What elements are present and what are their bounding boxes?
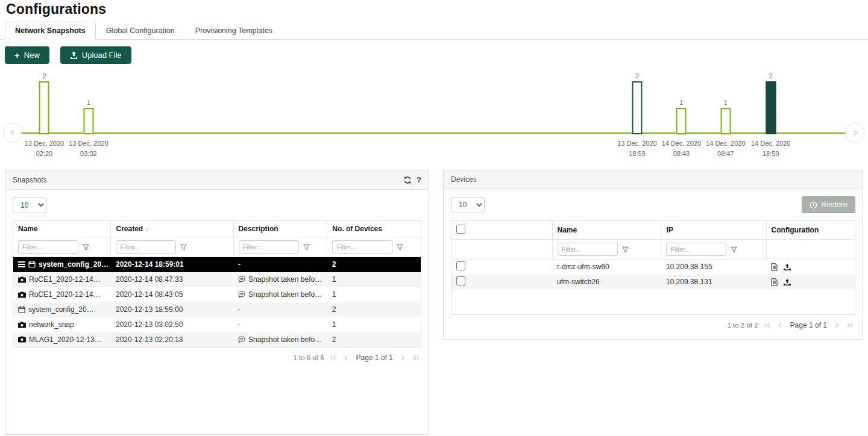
download-config-icon[interactable] <box>784 263 791 270</box>
next-page-icon[interactable] <box>834 322 840 328</box>
pagination-page-label: Page 1 of 1 <box>356 353 393 362</box>
view-config-file-icon[interactable] <box>771 278 778 286</box>
timeline-prev-button[interactable] <box>3 123 23 143</box>
timeline-bar-label: 13 Dec, 202002:20 <box>25 139 64 159</box>
devices-panel-header: Devices <box>444 170 863 189</box>
devices-page-size-select[interactable]: 10 <box>451 197 485 213</box>
page-title: Configurations <box>0 0 868 21</box>
comment-icon <box>238 276 245 283</box>
snapshot-timeline: 213 Dec, 202002:20113 Dec, 202003:02213 … <box>0 69 868 166</box>
table-row[interactable]: MLAG1_2020-12-13… 2020-12-13 02:20:13 Sn… <box>13 332 421 347</box>
filter-created-input[interactable] <box>116 240 176 254</box>
timeline-bar-count: 1 <box>722 99 729 106</box>
row-checkbox[interactable] <box>456 261 465 270</box>
camera-icon <box>18 276 26 283</box>
pagination-range: 1 to 2 of 2 <box>727 322 758 329</box>
col-header-name[interactable]: Name <box>13 221 111 237</box>
timeline-bar-count: 2 <box>40 72 48 79</box>
upload-button-label: Upload File <box>82 51 122 60</box>
upload-file-button[interactable]: Upload File <box>60 46 131 64</box>
col-header-created[interactable]: Created↓ <box>111 221 233 237</box>
download-config-icon[interactable] <box>784 278 791 285</box>
restore-button[interactable]: Restore <box>802 196 855 213</box>
select-all-checkbox[interactable] <box>456 225 465 234</box>
snapshots-pagination: 1 to 6 of 6 Page 1 of 1 <box>13 347 421 364</box>
next-page-icon[interactable] <box>400 355 406 361</box>
calendar-icon <box>18 306 25 313</box>
tab-provisioning-templates[interactable]: Provisioning Templates <box>185 22 283 40</box>
timeline-bar-label: 14 Dec, 202008:47 <box>706 139 745 159</box>
timeline-next-button[interactable] <box>845 123 865 143</box>
timeline-bar[interactable]: 1 <box>83 108 93 134</box>
table-row[interactable]: r-dmz-ufm-sw60 10.209.38.155 <box>451 260 855 275</box>
timeline-bar-label: 13 Dec, 202003:02 <box>69 139 108 159</box>
new-button[interactable]: + New <box>5 46 49 64</box>
timeline-bar-count: 2 <box>633 72 641 79</box>
col-header-name[interactable]: Name <box>552 221 661 240</box>
snapshots-page-size-select[interactable]: 10 <box>13 197 46 213</box>
col-header-description[interactable]: Description <box>233 221 327 237</box>
tab-global-configuration[interactable]: Global Configuration <box>96 22 185 40</box>
devices-panel-title: Devices <box>451 175 477 184</box>
pagination-page-label: Page 1 of 1 <box>790 321 827 329</box>
col-header-configuration: Configuration <box>766 221 855 240</box>
snapshots-panel-title: Snapshots <box>13 176 47 184</box>
camera-icon <box>18 291 26 298</box>
calendar-icon <box>28 261 36 268</box>
camera-icon <box>18 322 26 328</box>
funnel-icon[interactable] <box>622 246 629 253</box>
table-row[interactable]: RoCE1_2020-12-14… 2020-12-14 08:43:05 Sn… <box>13 287 421 302</box>
tab-network-snapshots[interactable]: Network Snapshots <box>5 22 96 40</box>
funnel-icon[interactable] <box>83 244 89 251</box>
timeline-bar-label: 14 Dec, 202008:43 <box>662 139 701 159</box>
col-header-select-all[interactable] <box>451 221 553 240</box>
funnel-icon[interactable] <box>303 244 310 251</box>
timeline-bar[interactable]: 2 <box>632 81 642 134</box>
table-row[interactable]: ufm-switch26 10.209.38.131 <box>451 275 855 290</box>
filter-name-input[interactable] <box>558 243 618 256</box>
table-row[interactable]: network_snap 2020-12-13 03:02:50 - 1 <box>13 317 421 332</box>
table-row[interactable]: system_config_20… 2020-12-14 18:59:01 - … <box>13 257 421 272</box>
funnel-icon[interactable] <box>397 244 403 251</box>
snapshots-panel-header: Snapshots ? <box>5 170 429 190</box>
row-checkbox[interactable] <box>456 276 465 285</box>
table-row[interactable]: system_config_20… 2020-12-13 18:59:00 - … <box>13 302 421 317</box>
filter-devices-input[interactable] <box>332 240 392 254</box>
refresh-icon[interactable] <box>403 176 412 184</box>
comment-icon <box>238 336 245 343</box>
filter-ip-input[interactable] <box>666 243 726 256</box>
plus-icon: + <box>14 51 20 60</box>
timeline-bar[interactable]: 1 <box>676 108 687 134</box>
col-header-devices[interactable]: No. of Devices <box>327 221 421 237</box>
last-page-icon[interactable] <box>846 322 853 328</box>
prev-page-icon[interactable] <box>344 355 349 361</box>
prev-page-icon[interactable] <box>778 322 783 328</box>
snapshots-table: Name Created↓ Description No. of Devices <box>13 220 421 347</box>
timeline-bar-label: 14 Dec, 202018:59 <box>751 139 790 159</box>
sort-desc-icon: ↓ <box>145 225 149 232</box>
timeline-bar-label: 13 Dec, 202018:59 <box>617 139 656 159</box>
view-config-file-icon[interactable] <box>771 263 778 271</box>
tabbar: Network Snapshots Global Configuration P… <box>0 21 868 40</box>
timeline-bar-count: 1 <box>84 99 92 106</box>
first-page-icon[interactable] <box>330 355 338 361</box>
timeline-bar[interactable]: 1 <box>720 108 731 134</box>
funnel-icon[interactable] <box>731 246 737 253</box>
restore-history-icon <box>810 201 817 209</box>
timeline-bar-count: 1 <box>678 99 685 106</box>
funnel-icon[interactable] <box>180 244 187 251</box>
table-row[interactable]: RoCE1_2020-12-14… 2020-12-14 08:47:33 Sn… <box>13 272 421 287</box>
timeline-bar[interactable]: 2 <box>39 81 49 134</box>
timeline-bar[interactable]: 2 <box>766 81 776 134</box>
last-page-icon[interactable] <box>412 355 419 361</box>
first-page-icon[interactable] <box>764 322 772 328</box>
devices-pagination: 1 to 2 of 2 Page 1 of 1 <box>451 315 855 332</box>
col-header-ip[interactable]: IP <box>661 221 766 240</box>
toolbar: + New Upload File <box>0 40 868 64</box>
menu-icon <box>18 261 25 268</box>
timeline-bar-count: 2 <box>767 72 775 79</box>
filter-description-input[interactable] <box>239 240 299 254</box>
help-icon[interactable]: ? <box>417 175 421 184</box>
filter-name-input[interactable] <box>18 240 78 254</box>
new-button-label: New <box>24 51 40 60</box>
